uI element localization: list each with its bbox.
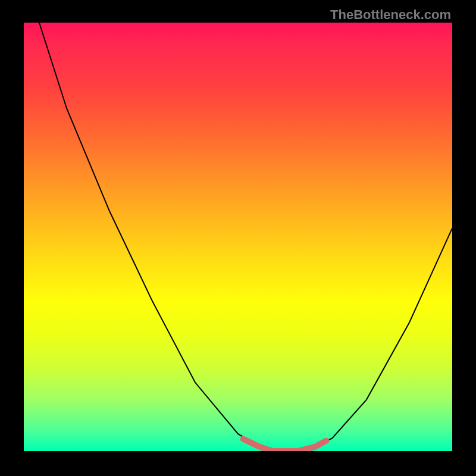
curve-layer bbox=[24, 23, 452, 451]
bottleneck-curve bbox=[39, 23, 452, 451]
plot-area bbox=[24, 23, 452, 451]
bottleneck-highlight bbox=[243, 439, 327, 451]
chart-container: TheBottleneck.com bbox=[0, 0, 476, 476]
watermark: TheBottleneck.com bbox=[330, 7, 451, 23]
